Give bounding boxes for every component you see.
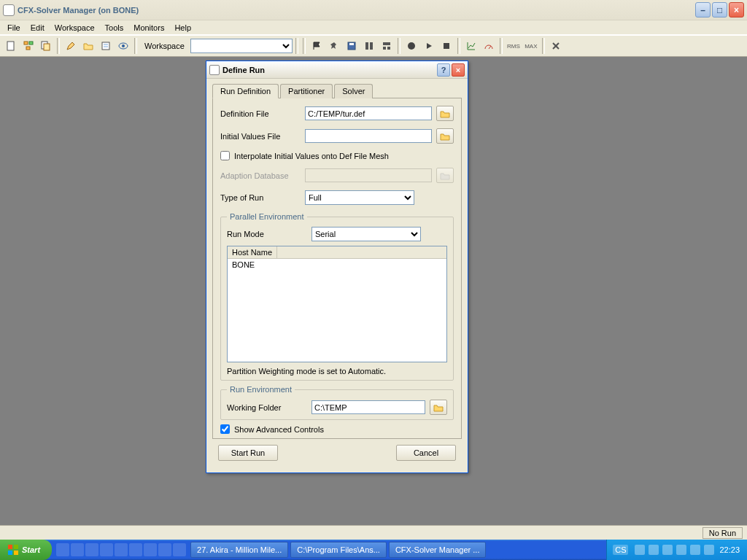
menu-workspace[interactable]: Workspace (50, 22, 99, 34)
dialog-tabs: Run Definition Partitioner Solver (212, 83, 462, 98)
ql-icon[interactable] (144, 543, 157, 556)
folder-icon[interactable] (80, 38, 96, 54)
ql-icon[interactable] (115, 543, 128, 556)
start-button[interactable]: Start (0, 540, 52, 560)
initial-values-label: Initial Values File (220, 132, 301, 141)
separator (57, 38, 60, 54)
ql-icon[interactable] (158, 543, 171, 556)
svg-rect-23 (8, 545, 12, 549)
type-of-run-select[interactable]: Full (305, 190, 414, 205)
ql-icon[interactable] (173, 543, 186, 556)
initial-values-browse-button[interactable] (436, 128, 454, 144)
cancel-button[interactable]: Cancel (396, 445, 456, 461)
ql-icon[interactable] (56, 543, 69, 556)
tray-icon[interactable] (676, 545, 686, 555)
stop-icon[interactable] (438, 38, 454, 54)
svg-line-20 (489, 46, 491, 49)
eye-icon[interactable] (115, 38, 131, 54)
separator (398, 38, 400, 54)
menu-tools[interactable]: Tools (101, 22, 128, 34)
tree-icon[interactable] (20, 38, 36, 54)
tray-icon[interactable] (649, 545, 659, 555)
svg-rect-5 (44, 44, 50, 50)
flag-icon[interactable] (309, 38, 325, 54)
separator (457, 38, 460, 54)
start-run-button[interactable]: Start Run (218, 445, 278, 461)
status-text: No Run (703, 527, 743, 539)
ql-icon[interactable] (100, 543, 113, 556)
list-icon[interactable] (98, 38, 114, 54)
menu-file[interactable]: File (3, 22, 25, 34)
working-folder-browse-button[interactable] (430, 400, 447, 415)
tab-solver[interactable]: Solver (334, 84, 373, 98)
minimize-button[interactable]: – (695, 2, 711, 18)
chart-icon[interactable] (463, 38, 479, 54)
windows-icon (7, 544, 19, 556)
tray-icon[interactable] (704, 545, 714, 555)
tab-partitioner[interactable]: Partitioner (280, 84, 333, 98)
play-icon[interactable] (421, 38, 437, 54)
menubar: File Edit Workspace Tools Monitors Help (0, 20, 747, 35)
run-env-group: Run Environment Working Folder (220, 385, 454, 420)
tray-icon[interactable] (690, 545, 700, 555)
maximize-button[interactable]: □ (712, 2, 727, 18)
help-button[interactable]: ? (437, 63, 450, 77)
separator (303, 38, 306, 54)
delete-icon[interactable] (548, 38, 564, 54)
svg-rect-6 (102, 42, 109, 50)
svg-rect-13 (365, 42, 368, 50)
ql-icon[interactable] (85, 543, 98, 556)
run-mode-select[interactable]: Serial (311, 227, 421, 241)
define-run-dialog: Define Run ? × Run Definition Partitione… (206, 61, 468, 473)
new-icon[interactable] (3, 38, 19, 54)
host-table[interactable]: Host Name BONE (227, 246, 447, 362)
working-folder-input[interactable] (311, 400, 425, 414)
record-icon[interactable] (403, 38, 419, 54)
definition-file-browse-button[interactable] (436, 106, 454, 121)
copy-icon[interactable] (38, 38, 54, 54)
start-label: Start (22, 545, 40, 554)
pin-icon[interactable] (326, 38, 342, 54)
dialog-titlebar[interactable]: Define Run ? × (206, 61, 468, 79)
definition-file-input[interactable] (305, 106, 432, 120)
adaption-db-browse-button (436, 168, 454, 183)
tray-icon[interactable] (662, 545, 673, 555)
gauge-icon[interactable] (481, 38, 497, 54)
task-item[interactable]: C:\Program Files\Ans... (290, 542, 387, 558)
svg-point-18 (408, 42, 415, 50)
menu-monitors[interactable]: Monitors (129, 22, 169, 34)
language-indicator[interactable]: CS (613, 545, 628, 555)
host-row[interactable]: BONE (228, 259, 446, 271)
menu-help[interactable]: Help (170, 22, 196, 34)
interpolate-checkbox[interactable] (220, 151, 230, 160)
task-item[interactable]: 27. Akira - Million Mile... (190, 542, 288, 558)
run-env-legend: Run Environment (227, 385, 295, 394)
dialog-close-button[interactable]: × (452, 63, 465, 77)
show-advanced-checkbox[interactable] (220, 424, 230, 434)
menu-edit[interactable]: Edit (26, 22, 49, 34)
max-icon[interactable]: MAX (523, 38, 539, 54)
task-item[interactable]: CFX-Solver Manager ... (389, 542, 487, 558)
ql-icon[interactable] (129, 543, 142, 556)
layout2-icon[interactable] (379, 38, 395, 54)
tray-icon[interactable] (635, 545, 645, 555)
ql-icon[interactable] (71, 543, 84, 556)
save-icon[interactable] (344, 38, 360, 54)
svg-rect-15 (383, 42, 390, 45)
initial-values-input[interactable] (305, 129, 432, 143)
svg-rect-3 (26, 47, 30, 50)
separator (500, 38, 503, 54)
tab-run-definition[interactable]: Run Definition (212, 84, 279, 98)
toolbar: Workspace RMS MAX (0, 35, 747, 57)
adaption-db-label: Adaption Database (220, 171, 301, 180)
layout1-icon[interactable] (361, 38, 377, 54)
rms-icon[interactable]: RMS (506, 38, 522, 54)
definition-file-label: Definition File (220, 109, 301, 118)
svg-rect-19 (444, 43, 449, 49)
clock[interactable]: 22:23 (718, 545, 741, 554)
edit-icon[interactable] (63, 38, 79, 54)
close-button[interactable]: × (729, 2, 744, 18)
workspace-select[interactable] (190, 39, 293, 53)
adaption-db-input (305, 168, 432, 182)
svg-rect-17 (387, 47, 390, 50)
